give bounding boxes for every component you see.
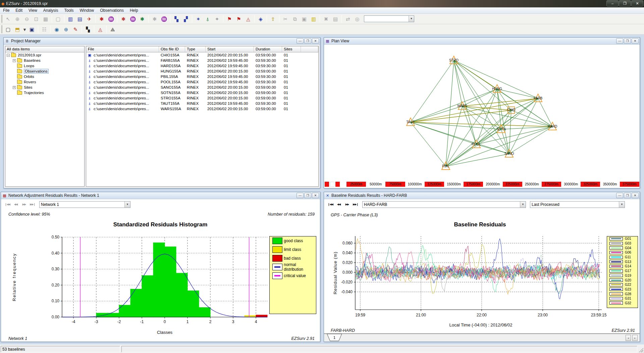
table-row[interactable]: ⍋c:\users\denis\documents\pres...FARB155… [86, 58, 318, 63]
histogram-footer-version: EZSurv 2.91 [291, 336, 315, 341]
tree-item-observations[interactable]: Observations [5, 69, 84, 74]
histogram-titlebar[interactable]: ▩ Network Adjustment Residuals Results -… [1, 192, 320, 199]
legend-item-limit-class: limit class [270, 245, 316, 254]
minimize-button[interactable]: — [616, 38, 623, 44]
tree-item-rovers[interactable]: Rovers [5, 79, 84, 85]
open-dropdown-icon[interactable]: ▾ [22, 25, 27, 34]
menu-observations[interactable]: Observations [97, 7, 127, 14]
triangle-tool-icon[interactable]: ◬ [244, 15, 253, 23]
save-project-icon[interactable]: ▣ [28, 25, 36, 34]
close-icon[interactable]: ✕ [632, 193, 639, 198]
table-row[interactable]: ⍋c:\users\denis\documents\pres...POOL155… [86, 79, 318, 85]
menu-window[interactable]: Window [77, 7, 97, 14]
menu-edit[interactable]: Edit [12, 7, 25, 14]
small-tool-icon[interactable]: ✦ [213, 15, 221, 23]
new-project-icon[interactable]: ▢ [4, 25, 12, 34]
column-header-duration[interactable]: Duration [254, 46, 282, 52]
open-project-icon[interactable]: ⬒ [13, 25, 22, 34]
network-adjustment-icon[interactable]: ⟁ [108, 25, 117, 34]
table-row[interactable]: ▣c:\users\denis\documents\pres...CHIO155… [86, 52, 318, 58]
report-edit-icon[interactable]: ✎ [71, 25, 80, 34]
resize-grip[interactable] [639, 348, 643, 352]
table-row[interactable]: ⍋c:\users\denis\documents\pres...WARS155… [86, 106, 318, 112]
x-axis-title: Classes [157, 330, 173, 335]
globe-add-icon[interactable]: ⊕ [62, 25, 70, 34]
tab-1[interactable]: 1 [327, 334, 343, 342]
tree-item-label: Sites [24, 85, 33, 89]
process-rover-icon[interactable]: ✱ [119, 15, 128, 23]
globe-view-icon[interactable]: ◉ [52, 25, 61, 34]
spectrum-analysis-icon[interactable]: ♒ [107, 15, 115, 23]
tree-expander-plus[interactable]: + [13, 59, 16, 62]
minimize-button[interactable]: – [606, 0, 619, 6]
flag-results-2-icon[interactable]: ⚑ [234, 15, 243, 23]
cell-file: c:\users\denis\documents\pres... [92, 96, 159, 100]
process-static-icon[interactable]: ✱ [138, 15, 147, 23]
minimize-button[interactable]: — [616, 193, 623, 198]
close-button[interactable]: ✕ [631, 0, 643, 6]
tree-expander-minus[interactable]: – [7, 54, 10, 57]
minimize-button[interactable]: — [297, 193, 304, 198]
notebook-icon[interactable]: ▥ [309, 15, 318, 23]
minimize-button[interactable]: — [297, 38, 304, 44]
plan-view-icon[interactable]: ✈ [85, 15, 94, 23]
table-row[interactable]: ⍋c:\users\denis\documents\pres...HARD155… [86, 63, 318, 69]
menu-tools[interactable]: Tools [61, 7, 77, 14]
close-icon[interactable]: ✕ [632, 38, 639, 44]
menu-file[interactable]: File [0, 7, 12, 14]
antenna-setup-icon[interactable]: ⍋ [203, 15, 212, 23]
report-view-icon[interactable]: ▤ [75, 15, 84, 23]
report-diamond-icon[interactable]: ◈ [256, 15, 265, 23]
tree-item-orbits[interactable]: Orbits [5, 74, 84, 79]
project-manager-titlebar[interactable]: 🗎 Project Manager — ❐ ✕ [4, 38, 320, 45]
table-row[interactable]: ⍋c:\users\denis\documents\pres...STRO155… [86, 95, 318, 101]
restore-button[interactable]: ❐ [304, 193, 311, 198]
restore-button[interactable]: ❐ [619, 0, 631, 6]
column-header-file[interactable]: File [86, 46, 159, 52]
baseline-titlebar[interactable]: ✕ Baseline Residuals Results - HARD-FARB… [324, 192, 640, 199]
batch-process-icon[interactable]: ▚ [172, 15, 181, 23]
process-baselines-icon[interactable]: ✱ [97, 15, 106, 23]
menu-analysis[interactable]: Analysis [40, 7, 61, 14]
folder-up-icon[interactable]: ⇧ [269, 15, 277, 23]
chevron-down-icon[interactable]: ▼ [409, 16, 414, 22]
toolbar-grip[interactable] [1, 15, 2, 23]
adjust-network-icon[interactable]: ✶ [194, 15, 203, 23]
close-icon[interactable]: ✕ [312, 38, 319, 44]
tree-item-sites[interactable]: +Sites [5, 85, 84, 90]
table-row[interactable]: ⍋c:\users\denis\documents\pres...SANO155… [86, 85, 318, 90]
flag-results-1-icon[interactable]: ⚑ [225, 15, 234, 23]
restore-button[interactable]: ❐ [304, 38, 311, 44]
histogram-view-icon[interactable]: ▥ [66, 15, 75, 23]
menu-help[interactable]: Help [127, 7, 141, 14]
close-icon[interactable]: ✕ [312, 193, 319, 198]
network-map-canvas[interactable]: STROHUNGFARBWARSCHIOTAUTHARDSOTNPOOLSANO… [324, 45, 640, 188]
menu-view[interactable]: View [25, 7, 40, 14]
column-header-start[interactable]: Start [206, 46, 254, 52]
residuals-analysis-icon[interactable]: ♒ [128, 15, 137, 23]
cell-type: RINEX [185, 80, 206, 84]
table-row[interactable]: ⍋c:\users\denis\documents\pres...HUNG155… [86, 69, 318, 74]
batch-finish-icon[interactable]: ▞ [181, 15, 190, 23]
tab-scroll-left-icon[interactable]: ◂ [626, 335, 631, 341]
column-header-sites[interactable]: Sites [282, 46, 301, 52]
tree-item-20120919spr[interactable]: –20120919.spr [5, 52, 84, 58]
triangle-add-icon[interactable]: ◬ [96, 25, 105, 34]
tree-item-trajectories[interactable]: Trajectories [5, 90, 84, 95]
column-header-obs-file-id[interactable]: Obs file ID [159, 46, 185, 52]
table-row[interactable]: ⍋c:\users\denis\documents\pres...TAUT155… [86, 101, 318, 106]
toolbar-combobox[interactable]: ▼ [364, 15, 414, 22]
tree-expander-plus[interactable]: + [13, 86, 16, 89]
tree-header[interactable]: All data items [5, 46, 84, 52]
toolbar-grip[interactable] [1, 25, 2, 33]
tree-item-baselines[interactable]: +Baselines [5, 58, 84, 63]
tree-item-loops[interactable]: Loops [5, 63, 84, 69]
checkered-flag-icon[interactable]: ▚ [84, 25, 92, 34]
plan-view-titlebar[interactable]: ▦ Plan View — ❐ ✕ [324, 38, 640, 45]
restore-button[interactable]: ❐ [624, 193, 631, 198]
table-row[interactable]: ⍋c:\users\denis\documents\pres...SOTN155… [86, 90, 318, 95]
restore-button[interactable]: ❐ [624, 38, 631, 44]
tab-scroll-right-icon[interactable]: ▸ [632, 335, 638, 341]
column-header-type[interactable]: Type [185, 46, 206, 52]
table-row[interactable]: ⍋c:\users\denis\documents\pres...PBIL155… [86, 74, 318, 79]
